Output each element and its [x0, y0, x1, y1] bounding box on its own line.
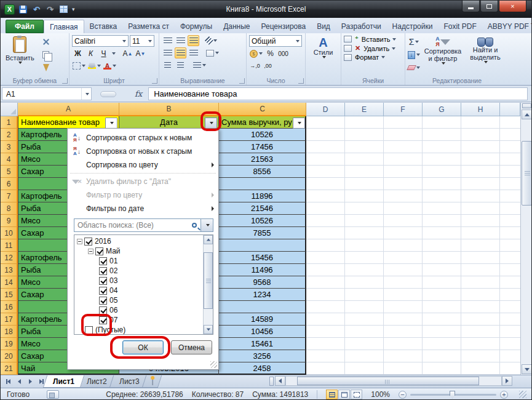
checkbox-03[interactable]: [99, 277, 107, 285]
insert-function-button[interactable]: fx: [135, 89, 142, 98]
tree-scroll-down[interactable]: [204, 325, 213, 334]
formula-bar-handle[interactable]: [100, 91, 116, 97]
increase-indent-button[interactable]: [175, 60, 186, 71]
window-resize-grip[interactable]: [519, 391, 526, 398]
thousands-button[interactable]: 000: [277, 48, 289, 59]
checkbox-02[interactable]: [99, 267, 107, 275]
tree-item-02[interactable]: 02: [74, 266, 213, 276]
currency-button[interactable]: $: [249, 48, 263, 59]
shrink-font-button[interactable]: А▼: [135, 48, 146, 59]
formula-input[interactable]: Наименование товара: [148, 87, 528, 100]
macro-record-button[interactable]: [47, 390, 59, 399]
menu-filter-by-color[interactable]: Фильтр по цвету: [68, 188, 218, 202]
font-dialog-launcher[interactable]: [152, 78, 157, 84]
row-header[interactable]: 5: [1, 166, 18, 178]
zoom-out-button[interactable]: −: [399, 391, 407, 399]
autosum-button[interactable]: Σ: [408, 36, 420, 47]
row-header[interactable]: 21: [1, 362, 18, 375]
checkbox-06[interactable]: [99, 306, 107, 314]
cell[interactable]: [219, 301, 306, 313]
minimize-button[interactable]: [462, 1, 480, 12]
tab-review[interactable]: Рецензирова: [255, 20, 311, 33]
align-center-button[interactable]: [175, 47, 186, 58]
borders-button[interactable]: [72, 60, 86, 71]
wrap-text-button[interactable]: [193, 60, 207, 71]
col-header-c[interactable]: C: [219, 103, 306, 116]
checkbox-01[interactable]: [99, 257, 107, 265]
number-format-combo[interactable]: Общий: [249, 35, 302, 47]
col-header-a[interactable]: A: [18, 103, 119, 116]
cell[interactable]: 15456: [219, 252, 306, 264]
empty-cells-region[interactable]: [306, 116, 520, 375]
horizontal-split-handle[interactable]: [269, 377, 274, 386]
sort-filter-button[interactable]: АЯ Сортировка и фильтр: [420, 35, 466, 73]
zoom-level[interactable]: 100%: [371, 390, 390, 399]
cell[interactable]: 11496: [219, 264, 306, 276]
filter-dropdown-a[interactable]: [105, 118, 117, 129]
row-header[interactable]: 20: [1, 350, 18, 362]
number-dialog-launcher[interactable]: [298, 78, 304, 84]
zoom-slider-thumb[interactable]: [450, 391, 455, 399]
checkbox-may[interactable]: [95, 247, 103, 255]
menu-date-filters[interactable]: Фильтры по дате: [68, 202, 218, 215]
insert-cells-button[interactable]: ⁺Вставить: [344, 35, 402, 43]
tab-insert[interactable]: Вставка: [84, 20, 123, 33]
row-header[interactable]: 14: [1, 276, 18, 289]
paste-button[interactable]: Вставить: [3, 35, 37, 73]
save-button[interactable]: [18, 4, 28, 15]
first-sheet-button[interactable]: [3, 377, 13, 386]
zoom-in-button[interactable]: +: [500, 391, 508, 399]
row-header[interactable]: 16: [1, 301, 18, 313]
tree-scrollbar[interactable]: [203, 235, 213, 334]
percent-button[interactable]: %: [264, 48, 276, 59]
prev-sheet-button[interactable]: [14, 377, 24, 386]
scroll-right-button[interactable]: [502, 376, 512, 386]
decrease-indent-button[interactable]: [162, 60, 173, 71]
customize-qat-button[interactable]: ▾: [72, 6, 74, 12]
tree-item-04[interactable]: 04: [74, 286, 213, 295]
row-header[interactable]: 2: [1, 129, 18, 141]
decrease-decimal-button[interactable]: ,00: [262, 60, 274, 71]
format-painter-button[interactable]: [40, 62, 52, 73]
fill-color-button[interactable]: [87, 60, 101, 71]
merge-center-button[interactable]: [205, 47, 220, 58]
tab-addins[interactable]: Надстройки: [387, 20, 439, 33]
row-header[interactable]: 4: [1, 153, 18, 166]
tab-developer[interactable]: Разработчи: [336, 20, 387, 33]
cell[interactable]: 21546: [219, 202, 306, 215]
cell[interactable]: 17456: [219, 141, 306, 153]
scroll-up-button[interactable]: [522, 110, 532, 119]
cell[interactable]: 10456: [219, 326, 306, 338]
grow-font-button[interactable]: А▲: [122, 48, 133, 59]
cell[interactable]: [219, 178, 306, 190]
cell[interactable]: 7855: [219, 227, 306, 239]
search-input[interactable]: Область поиска: (Все): [74, 218, 201, 232]
font-color-button[interactable]: А: [103, 60, 117, 71]
cell[interactable]: 10526: [219, 129, 306, 141]
align-left-button[interactable]: [162, 47, 173, 58]
tab-data[interactable]: Данные: [218, 20, 255, 33]
excel-logo-icon[interactable]: X: [4, 4, 15, 15]
col-header-e[interactable]: E: [345, 103, 384, 116]
tree-item-2016[interactable]: 2016: [74, 236, 213, 246]
underline-button[interactable]: Ч: [98, 48, 109, 59]
cell[interactable]: 8556: [219, 166, 306, 178]
italic-button[interactable]: К: [85, 48, 97, 59]
view-page-break-button[interactable]: [351, 390, 362, 399]
select-all-corner[interactable]: [1, 103, 18, 116]
row-header[interactable]: 10: [1, 227, 18, 239]
table-tool-button[interactable]: [58, 4, 69, 15]
tab-home[interactable]: Главная: [44, 20, 84, 33]
row-header[interactable]: 17: [1, 313, 18, 326]
cell[interactable]: [219, 239, 306, 252]
close-button[interactable]: ×: [499, 1, 526, 12]
col-header-h[interactable]: H: [461, 103, 500, 116]
row-header[interactable]: 8: [1, 202, 18, 215]
vertical-scroll-thumb[interactable]: [522, 141, 532, 206]
name-box[interactable]: A1: [2, 87, 92, 100]
align-bottom-button[interactable]: [188, 35, 199, 46]
tab-formulas[interactable]: Формулы: [175, 20, 218, 33]
horizontal-scroll-thumb[interactable]: [297, 377, 479, 385]
bold-button[interactable]: Ж: [72, 48, 84, 59]
horizontal-scrollbar[interactable]: [269, 376, 512, 386]
